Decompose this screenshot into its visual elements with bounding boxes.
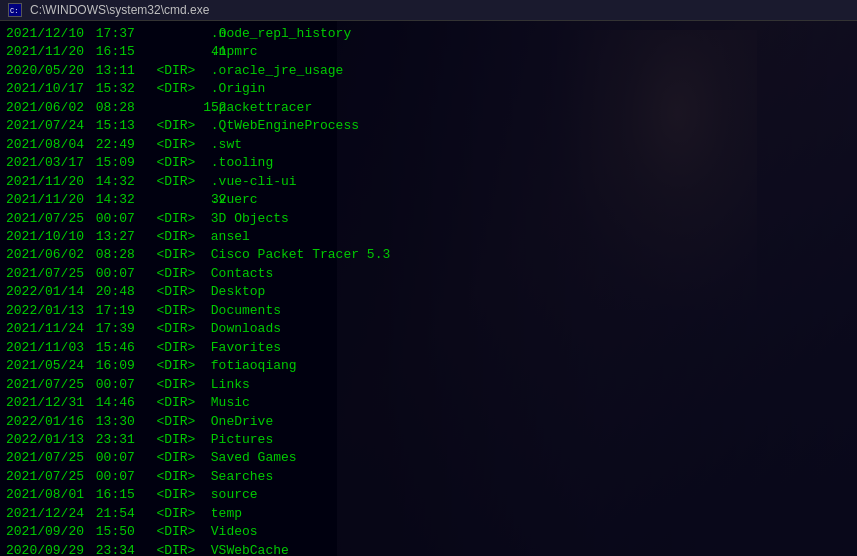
terminal-line: 2021/07/25 00:07 <DIR> Contacts [6,265,851,283]
terminal-line: 2021/06/02 08:28 <DIR> Cisco Packet Trac… [6,246,851,264]
terminal-line: 2021/11/03 15:46 <DIR> Favorites [6,339,851,357]
title-bar-text: C:\WINDOWS\system32\cmd.exe [30,3,209,17]
terminal-line: 2021/07/25 00:07 <DIR> Searches [6,468,851,486]
title-bar: C:\WINDOWS\system32\cmd.exe [0,0,857,21]
terminal-line: 2021/09/20 15:50 <DIR> Videos [6,523,851,541]
cmd-window-icon [8,3,22,17]
terminal-line: 2021/05/24 16:09 <DIR> fotiaoqiang [6,357,851,375]
terminal-line: 2021/06/02 08:28 152 .packettracer [6,99,851,117]
terminal-line: 2021/07/25 00:07 <DIR> Saved Games [6,449,851,467]
terminal-line: 2021/10/17 15:32 <DIR> .Origin [6,80,851,98]
terminal-body[interactable]: 2021/12/10 17:37 0 .node_repl_history202… [0,21,857,556]
terminal-line: 2021/08/04 22:49 <DIR> .swt [6,136,851,154]
terminal-line: 2021/07/24 15:13 <DIR> .QtWebEngineProce… [6,117,851,135]
terminal-line: 2021/07/25 00:07 <DIR> Links [6,376,851,394]
terminal-line: 2021/11/24 17:39 <DIR> Downloads [6,320,851,338]
terminal-line: 2022/01/14 20:48 <DIR> Desktop [6,283,851,301]
terminal-line: 2022/01/16 13:30 <DIR> OneDrive [6,413,851,431]
terminal-line: 2020/05/20 13:11 <DIR> .oracle_jre_usage [6,62,851,80]
terminal-line: 2020/09/29 23:34 <DIR> VSWebCache [6,542,851,556]
cmd-window: C:\WINDOWS\system32\cmd.exe 2021/12/10 1… [0,0,857,556]
terminal-line: 2021/11/20 16:15 41 .npmrc [6,43,851,61]
terminal-line: 2021/08/01 16:15 <DIR> source [6,486,851,504]
terminal-line: 2021/12/31 14:46 <DIR> Music [6,394,851,412]
terminal-line: 2021/11/20 14:32 32 .vuerc [6,191,851,209]
terminal-line: 2022/01/13 23:31 <DIR> Pictures [6,431,851,449]
terminal-line: 2021/10/10 13:27 <DIR> ansel [6,228,851,246]
terminal-line: 2021/12/10 17:37 0 .node_repl_history [6,25,851,43]
terminal-line: 2021/03/17 15:09 <DIR> .tooling [6,154,851,172]
terminal-line: 2022/01/13 17:19 <DIR> Documents [6,302,851,320]
terminal-line: 2021/11/20 14:32 <DIR> .vue-cli-ui [6,173,851,191]
terminal-line: 2021/12/24 21:54 <DIR> temp [6,505,851,523]
terminal-line: 2021/07/25 00:07 <DIR> 3D Objects [6,210,851,228]
